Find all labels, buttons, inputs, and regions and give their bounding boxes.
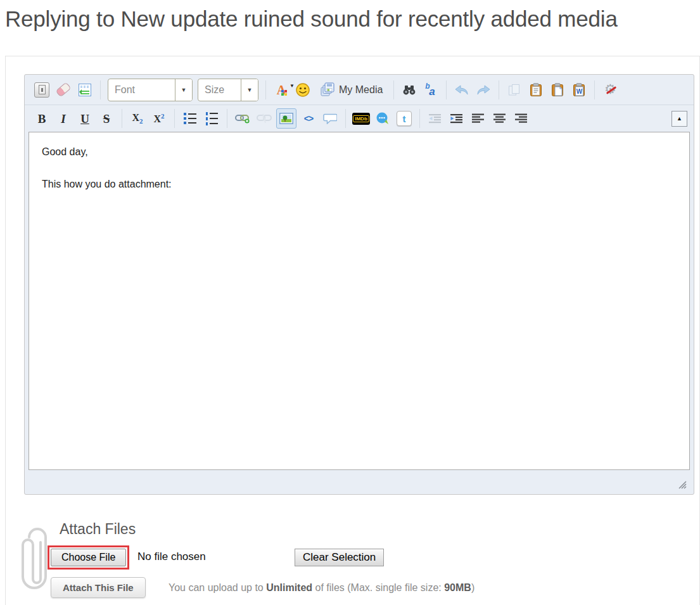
insert-image-button[interactable]: [276, 108, 296, 129]
chat-bubble-icon: [375, 111, 390, 125]
image-icon: [279, 113, 293, 124]
redo-button[interactable]: [474, 80, 493, 99]
editor-footer: [25, 470, 694, 494]
paste-word-icon: W: [573, 83, 585, 97]
no-file-chosen-text: No file chosen: [137, 551, 206, 563]
replace-icon: b a: [424, 83, 438, 97]
replace-button[interactable]: b a: [421, 80, 440, 99]
cleanup-formatting-button[interactable]: ⚙: [601, 80, 620, 99]
link-icon: [235, 113, 250, 124]
underline-button[interactable]: U: [75, 109, 94, 128]
code-button[interactable]: <>: [299, 109, 318, 128]
subscript-button[interactable]: X2: [128, 109, 147, 128]
align-right-icon: [515, 113, 528, 124]
choose-file-highlight-box: Choose File: [48, 545, 129, 570]
toolbar-separator: [122, 109, 122, 128]
size-select-label: Size: [198, 84, 241, 96]
panel-icon: [79, 84, 91, 96]
find-button[interactable]: [400, 80, 419, 99]
superscript-icon: X2: [153, 113, 164, 124]
paste-button[interactable]: [526, 80, 545, 99]
undo-arrow-icon: [454, 84, 470, 96]
paste-icon: [530, 83, 542, 97]
align-center-button[interactable]: [490, 109, 509, 128]
undo-button[interactable]: [452, 80, 471, 99]
indent-button[interactable]: [447, 109, 466, 128]
insert-link-button[interactable]: [233, 109, 252, 128]
quote-button[interactable]: [321, 109, 340, 128]
max-file-size-value: 90MB: [444, 582, 471, 593]
quote-bubble-icon: [323, 113, 337, 124]
my-media-button[interactable]: My Media: [315, 80, 388, 99]
unlink-icon: [257, 113, 272, 124]
underline-icon: U: [80, 113, 89, 125]
resize-grip-icon[interactable]: [677, 480, 687, 489]
my-media-icon: [320, 82, 335, 98]
collapse-toolbar-button[interactable]: ▲: [671, 111, 687, 127]
twitter-button[interactable]: t: [395, 109, 414, 128]
outdent-icon: [429, 113, 442, 124]
paste-text-icon: [551, 83, 564, 97]
choose-file-button[interactable]: Choose File: [51, 549, 126, 566]
spoiler-chat-button[interactable]: [373, 109, 392, 128]
twitter-icon: t: [397, 111, 412, 126]
align-left-icon: [472, 113, 485, 124]
align-right-button[interactable]: [512, 109, 531, 128]
copy-button[interactable]: [505, 80, 524, 99]
remove-link-button[interactable]: [255, 109, 274, 128]
toolbar-separator: [345, 109, 346, 128]
chevron-down-icon[interactable]: ▼: [241, 79, 258, 101]
clear-selection-button[interactable]: Clear Selection: [295, 549, 384, 566]
editor-paragraph: Good day,: [29, 132, 689, 158]
font-select-label: Font: [108, 84, 175, 96]
paste-from-word-button[interactable]: W: [570, 80, 589, 99]
toolbar-separator: [393, 80, 394, 99]
toolbar-separator: [100, 80, 101, 99]
align-center-icon: [493, 113, 506, 124]
chevron-down-icon[interactable]: ▼: [175, 79, 192, 101]
strikethrough-button[interactable]: S: [97, 109, 116, 128]
align-left-button[interactable]: [469, 109, 488, 128]
toolbar-separator: [446, 80, 447, 99]
attach-files-heading: Attach Files: [60, 521, 136, 538]
paste-plain-text-button[interactable]: [548, 80, 567, 99]
toolbar-separator: [594, 80, 595, 99]
upload-limit-value: Unlimited: [266, 582, 312, 593]
font-color-button[interactable]: A ▼: [272, 80, 291, 99]
outdent-button[interactable]: [426, 109, 445, 128]
numbered-list-button[interactable]: [202, 109, 221, 128]
attach-this-file-button[interactable]: Attach This File: [51, 577, 146, 598]
editor-content[interactable]: Good day, This how you do attachment:: [29, 132, 690, 470]
bold-button[interactable]: B: [32, 109, 51, 128]
redo-arrow-icon: [475, 84, 492, 96]
copy-icon: [508, 84, 521, 96]
numbered-list-icon: [206, 112, 218, 125]
superscript-button[interactable]: X2: [150, 109, 169, 128]
bullet-list-button[interactable]: [181, 109, 200, 128]
imdb-button[interactable]: IMDb: [352, 109, 371, 128]
svg-text:W: W: [576, 88, 583, 95]
italic-icon: I: [61, 113, 65, 125]
collapse-toolbar-icon: ▲: [677, 115, 682, 122]
rich-text-editor: Font ▼ Size ▼ A ▼: [24, 74, 694, 495]
toolbar-separator: [174, 109, 175, 128]
toolbar-separator: [227, 109, 227, 128]
indent-icon: [450, 113, 463, 124]
toolbar-separator: [265, 80, 266, 99]
emoticon-button[interactable]: [293, 80, 312, 99]
editor-toolbar-row1: Font ▼ Size ▼ A ▼: [25, 75, 694, 105]
upload-limit-text: You can upload up to Unlimited of files …: [169, 582, 474, 594]
remove-format-button[interactable]: [54, 80, 73, 99]
my-media-label: My Media: [339, 84, 383, 96]
gear-brush-icon: ⚙: [604, 83, 616, 96]
font-select[interactable]: Font ▼: [108, 79, 193, 101]
toggle-side-panel-button[interactable]: [75, 80, 94, 99]
binoculars-icon: [402, 85, 416, 95]
italic-button[interactable]: I: [54, 109, 73, 128]
source-mode-toggle-button[interactable]: [32, 80, 51, 99]
bold-icon: B: [38, 113, 46, 125]
toolbar-separator: [419, 109, 420, 128]
size-select[interactable]: Size ▼: [198, 79, 258, 101]
page-title: Replying to New update ruined sound for …: [5, 6, 696, 32]
subscript-icon: X2: [132, 113, 143, 125]
